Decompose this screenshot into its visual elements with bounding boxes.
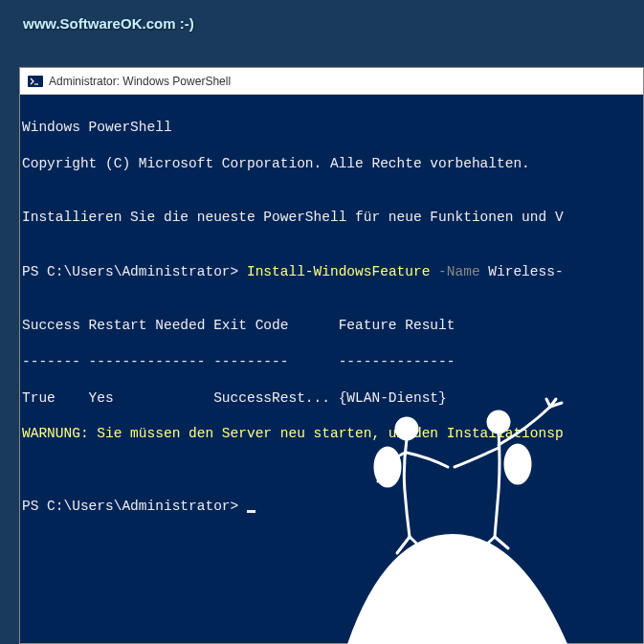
- terminal-header: Success Restart Needed Exit Code Feature…: [22, 317, 641, 335]
- terminal-prompt-line: PS C:\Users\Administrator>: [22, 498, 641, 516]
- cursor: [247, 510, 255, 513]
- prompt: PS C:\Users\Administrator>: [22, 499, 247, 514]
- terminal-command-line: PS C:\Users\Administrator> Install-Windo…: [22, 263, 641, 281]
- powershell-window: Administrator: Windows PowerShell Window…: [19, 67, 644, 644]
- window-titlebar[interactable]: Administrator: Windows PowerShell: [20, 68, 643, 95]
- prompt: PS C:\Users\Administrator>: [22, 264, 247, 279]
- terminal-result: True Yes SuccessRest... {WLAN-Dienst}: [22, 389, 641, 408]
- window-title: Administrator: Windows PowerShell: [49, 75, 231, 88]
- terminal-line: Installieren Sie die neueste PowerShell …: [22, 209, 641, 227]
- terminal-line: Copyright (C) Microsoft Corporation. All…: [22, 155, 641, 173]
- watermark-text: www.SoftwareOK.com :-): [23, 15, 194, 32]
- powershell-icon: [28, 74, 43, 89]
- terminal-warning: WARNUNG: Sie müssen den Server neu start…: [22, 425, 641, 443]
- command: Install-WindowsFeature: [247, 264, 430, 279]
- argument: Wireless-: [480, 264, 564, 279]
- parameter: -Name: [430, 264, 479, 279]
- terminal-content[interactable]: Windows PowerShell Copyright (C) Microso…: [20, 95, 643, 557]
- svg-rect-0: [28, 76, 43, 87]
- terminal-separator: ------- -------------- --------- -------…: [22, 353, 641, 371]
- terminal-line: Windows PowerShell: [22, 119, 641, 137]
